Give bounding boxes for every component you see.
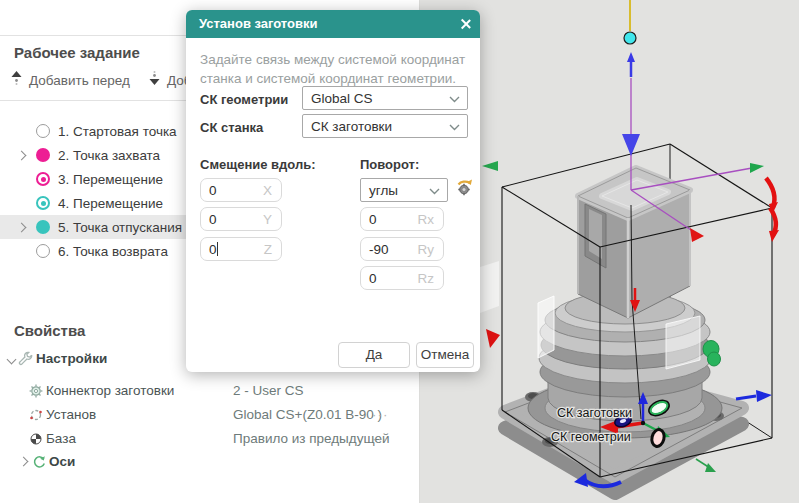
rotate-tool-icon[interactable] <box>455 178 474 197</box>
rotation-ry-input[interactable]: -90 Ry <box>360 237 444 261</box>
work-task-title: Рабочее задание <box>14 44 140 61</box>
datum-icon <box>28 431 44 447</box>
offset-z-axis-label: Z <box>264 242 281 257</box>
wrench-icon <box>18 351 34 367</box>
chevron-down-icon <box>449 117 460 135</box>
task-item-label: 6. Точка возврата <box>58 244 168 259</box>
axis-node-handle[interactable] <box>624 32 636 44</box>
dialog-title[interactable]: Установ заготовки <box>186 10 480 38</box>
offset-x-axis-label: X <box>263 183 281 198</box>
rotate-cs-icon <box>28 407 44 423</box>
task-item-label: 1. Стартовая точка <box>58 124 177 139</box>
rotation-mode-select[interactable]: углы <box>360 178 448 202</box>
settings-group-label: Настройки <box>36 351 107 366</box>
more-button[interactable]: ··· <box>372 431 389 446</box>
offset-z-input[interactable]: 0 Z <box>200 237 282 261</box>
machine-cs-value: СК заготовки <box>303 119 449 134</box>
red-arrow-left-handle[interactable] <box>486 329 500 348</box>
rotation-rx-axis-label: Rx <box>418 212 444 227</box>
chevron-down-icon[interactable] <box>7 355 17 365</box>
property-label: Коннектор заготовки <box>46 383 174 398</box>
property-row-base: База Правило из предыдущей ··· <box>0 428 420 450</box>
task-item-label: 3. Перемещение <box>58 172 163 187</box>
chevron-down-icon <box>429 181 440 199</box>
cs-geometry-label: СК геометрии <box>551 430 631 444</box>
status-dot-magenta <box>36 148 50 162</box>
z-axis-arrow[interactable] <box>627 52 635 77</box>
status-dot-empty <box>36 124 50 138</box>
offset-section-title: Смещение вдоль: <box>200 157 316 172</box>
add-after-icon <box>148 70 161 90</box>
property-label: Установ <box>46 407 96 422</box>
status-dot-ring-magenta <box>36 172 50 186</box>
status-dot-teal <box>36 220 50 234</box>
rotation-rz-axis-label: Rz <box>418 271 444 286</box>
offset-y-input[interactable]: 0 Y <box>200 207 282 231</box>
chevron-down-icon <box>449 89 460 107</box>
rotation-rz-value: 0 <box>361 271 418 286</box>
chevron-right-icon[interactable] <box>19 457 29 467</box>
task-item-label: 2. Точка захвата <box>58 148 160 163</box>
description-line1: Задайте связь между системой координат <box>200 50 470 69</box>
rotation-ry-axis-label: Ry <box>418 242 444 257</box>
offset-x-input[interactable]: 0 X <box>200 178 282 202</box>
rotation-section-title: Поворот: <box>360 157 419 172</box>
axes-rotate-icon <box>31 454 47 470</box>
axes-group-row[interactable]: Оси <box>0 451 420 473</box>
app-window: СК заготовки СК геометрии Рабочее задани… <box>0 0 799 503</box>
green-arrow-bottom-handle[interactable] <box>696 459 716 472</box>
geometry-cs-label: СК геометрии <box>200 92 288 107</box>
geometry-cs-value: Global CS <box>303 91 449 106</box>
cancel-button[interactable]: Отмена <box>416 342 474 368</box>
property-row-connector: Коннектор заготовки 2 - User CS <box>0 380 420 402</box>
ok-button[interactable]: Да <box>338 342 410 368</box>
property-value[interactable]: Global CS+(Z0.01 B-90 ) <box>233 407 382 422</box>
property-value[interactable]: 2 - User CS <box>233 383 304 398</box>
rotation-rx-value: 0 <box>361 212 418 227</box>
text-caret <box>217 242 218 256</box>
axes-group-label: Оси <box>49 454 75 469</box>
task-item-label: 5. Точка отпускания <box>58 220 182 235</box>
property-row-setup: Установ Global CS+(Z0.01 B-90 ) ··· <box>0 404 420 426</box>
add-before-icon <box>10 70 23 90</box>
rotation-rz-input[interactable]: 0 Rz <box>360 266 444 290</box>
rotation-rx-input[interactable]: 0 Rx <box>360 207 444 231</box>
more-button[interactable]: ··· <box>372 407 389 422</box>
status-dot-ring-teal <box>36 196 50 210</box>
rotation-mode-value: углы <box>361 183 429 198</box>
add-before-button[interactable]: Добавить перед <box>10 68 130 92</box>
green-arrow-left-handle <box>482 161 498 171</box>
workpiece-setup-dialog: Установ заготовки Задайте связь между си… <box>186 10 480 372</box>
add-before-label: Добавить перед <box>29 73 130 88</box>
green-arrow-handle <box>750 163 764 173</box>
offset-x-value: 0 <box>201 183 263 198</box>
offset-z-value: 0 <box>201 242 217 257</box>
properties-title: Свойства <box>14 322 85 339</box>
close-icon[interactable] <box>459 18 471 30</box>
expand-chevron-icon[interactable] <box>17 150 27 160</box>
dialog-description: Задайте связь между системой координат с… <box>200 50 470 88</box>
geometry-cs-select[interactable]: Global CS <box>302 86 468 110</box>
blue-arrow-right-handle[interactable] <box>736 390 772 402</box>
expand-chevron-icon[interactable] <box>17 222 27 232</box>
red-arrow-handle <box>690 228 704 242</box>
rotation-ry-value: -90 <box>361 242 418 257</box>
gear-icon <box>28 383 44 399</box>
machine-cs-select[interactable]: СК заготовки <box>302 114 468 138</box>
offset-y-value: 0 <box>201 212 263 227</box>
cs-workpiece-label: СК заготовки <box>557 406 632 420</box>
status-dot-empty <box>36 244 50 258</box>
property-value[interactable]: Правило из предыдущей <box>233 431 389 446</box>
offset-y-axis-label: Y <box>263 212 281 227</box>
task-item-label: 4. Перемещение <box>58 196 163 211</box>
property-label: База <box>46 431 76 446</box>
machine-cs-label: СК станка <box>200 120 263 135</box>
